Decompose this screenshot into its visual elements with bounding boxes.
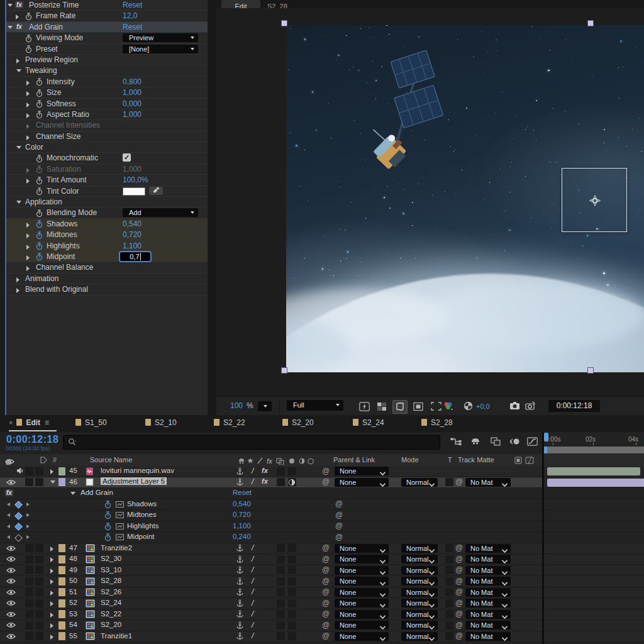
reset-link[interactable]: Reset xyxy=(123,23,142,31)
twirl-icon[interactable] xyxy=(26,233,30,238)
mask-visibility-icon[interactable] xyxy=(392,400,408,414)
property-row-monochromatic[interactable]: Monochromatic✓ xyxy=(6,153,208,164)
layer-name[interactable]: S2_20 xyxy=(101,621,121,628)
switch-cell[interactable] xyxy=(288,566,296,574)
effect-row-posterize-time[interactable]: fxPosterize TimeReset xyxy=(6,0,208,11)
eye-icon[interactable] xyxy=(6,600,16,608)
label-color-chip[interactable] xyxy=(58,588,65,596)
solo-cell[interactable] xyxy=(25,566,33,574)
parent-pickwhip-icon[interactable]: @ xyxy=(322,543,330,552)
parent-dropdown[interactable]: None xyxy=(335,621,389,630)
stopwatch-icon[interactable] xyxy=(36,231,43,239)
lock-cell[interactable] xyxy=(35,621,43,630)
layer-bar-audio[interactable] xyxy=(547,467,640,475)
solo-cell[interactable] xyxy=(25,632,33,640)
property-value[interactable]: 0,800 xyxy=(123,77,142,86)
frame-blending-icon[interactable] xyxy=(491,437,504,448)
twirl-icon[interactable] xyxy=(50,480,55,484)
quality-switch-icon[interactable]: / xyxy=(252,477,253,486)
pickwhip-icon[interactable]: @ xyxy=(335,511,343,519)
switch-cell[interactable] xyxy=(288,621,296,630)
stopwatch-icon[interactable] xyxy=(104,511,111,521)
zoom-dropdown[interactable] xyxy=(258,401,272,411)
column-index[interactable]: # xyxy=(53,456,57,464)
layer-name[interactable]: Tranzitie1 xyxy=(101,632,132,640)
timeline-tab-s2_10[interactable]: S2_10 xyxy=(145,418,177,430)
property-dropdown[interactable]: [None] xyxy=(123,45,198,53)
collapse-switch-icon[interactable] xyxy=(236,467,243,477)
reset-link[interactable]: Reset xyxy=(233,489,252,496)
pickwhip-icon[interactable]: @ xyxy=(335,521,343,530)
selection-handle-bottom-right[interactable] xyxy=(587,367,594,374)
composition-icon[interactable] xyxy=(86,577,95,587)
lock-cell[interactable] xyxy=(35,478,43,486)
graph-include-icon[interactable] xyxy=(116,534,124,541)
parent-pickwhip-icon[interactable]: @ xyxy=(322,477,330,486)
channels-icon[interactable] xyxy=(443,401,453,413)
parent-dropdown[interactable]: None xyxy=(335,467,389,475)
property-row-saturation[interactable]: Saturation1,000 xyxy=(6,164,208,175)
twirl-icon[interactable] xyxy=(26,124,30,129)
column-source-name[interactable]: Source Name xyxy=(90,456,132,464)
color-swatch[interactable] xyxy=(123,187,145,196)
property-row-application[interactable]: Application xyxy=(6,197,208,208)
lock-cell[interactable] xyxy=(35,577,43,586)
eye-icon[interactable] xyxy=(6,622,16,630)
speaker-icon[interactable] xyxy=(16,467,24,475)
parent-dropdown[interactable]: None xyxy=(335,478,389,487)
blend-mode-dropdown[interactable]: Normal xyxy=(401,555,438,564)
switch-cell[interactable] xyxy=(277,599,285,608)
next-keyframe-icon[interactable] xyxy=(26,525,30,528)
twirl-icon[interactable] xyxy=(50,601,53,606)
layer-name[interactable]: Adjustment Layer 5 xyxy=(101,477,167,485)
layer-name[interactable]: S2_28 xyxy=(101,577,121,584)
timeline-tab-s2_24[interactable]: S2_24 xyxy=(353,418,384,430)
twirl-icon[interactable] xyxy=(26,113,30,118)
stopwatch-icon[interactable] xyxy=(36,253,43,260)
twirl-icon[interactable] xyxy=(26,223,30,228)
label-color-chip[interactable] xyxy=(58,577,65,586)
twirl-icon[interactable] xyxy=(8,26,13,29)
track-matte-dropdown[interactable]: No Mat xyxy=(465,566,511,575)
quality-switch-icon[interactable]: / xyxy=(252,543,253,552)
parent-pickwhip-icon[interactable]: @ xyxy=(322,555,330,564)
twirl-icon[interactable] xyxy=(16,201,21,204)
checkbox[interactable]: ✓ xyxy=(123,153,131,162)
property-row-color[interactable]: Color xyxy=(6,142,208,153)
keyframe-toggle-icon[interactable] xyxy=(14,501,23,509)
selection-handle-top-right[interactable] xyxy=(587,20,594,26)
quality-switch-icon[interactable]: / xyxy=(252,609,253,618)
playhead-marker[interactable] xyxy=(544,433,548,441)
quality-switch-icon[interactable]: / xyxy=(252,631,253,640)
parent-pickwhip-icon[interactable]: @ xyxy=(322,467,330,475)
property-row-viewing-mode[interactable]: Viewing ModePreview xyxy=(6,33,208,43)
previous-keyframe-icon[interactable] xyxy=(7,535,10,539)
property-value[interactable]: 0,720 xyxy=(123,230,142,239)
matte-cell[interactable] xyxy=(445,544,453,552)
twirl-icon[interactable] xyxy=(50,557,53,562)
property-row-aspect-ratio[interactable]: Aspect Ratio1,000 xyxy=(6,109,208,120)
blend-mode-dropdown[interactable]: Normal xyxy=(401,610,438,619)
timeline-tab-edit[interactable]: ×Edit≡ xyxy=(9,418,49,430)
property-value[interactable]: 0,540 xyxy=(123,219,142,228)
blend-mode-dropdown[interactable]: Normal xyxy=(401,588,438,597)
stopwatch-icon[interactable] xyxy=(25,45,32,53)
twirl-icon[interactable] xyxy=(16,58,19,64)
switch-cell[interactable] xyxy=(288,632,296,640)
motion-blur-icon[interactable] xyxy=(509,437,523,448)
stopwatch-icon[interactable] xyxy=(36,242,43,250)
stopwatch-icon[interactable] xyxy=(36,177,43,184)
previous-keyframe-icon[interactable] xyxy=(7,502,10,506)
twirl-icon[interactable] xyxy=(50,613,53,618)
matte-pickwhip-icon[interactable]: @ xyxy=(455,577,463,586)
show-snapshot-icon[interactable] xyxy=(525,401,535,412)
parent-dropdown[interactable]: None xyxy=(335,555,389,564)
collapse-switch-icon[interactable] xyxy=(236,566,243,575)
solo-cell[interactable] xyxy=(25,610,33,618)
parent-pickwhip-icon[interactable]: @ xyxy=(322,621,330,630)
composition-icon[interactable] xyxy=(86,588,95,597)
work-area-bar[interactable] xyxy=(544,447,644,453)
twirl-icon[interactable] xyxy=(16,146,21,149)
column-mode[interactable]: Mode xyxy=(401,456,419,464)
property-row-tweaking[interactable]: Tweaking xyxy=(6,65,208,76)
